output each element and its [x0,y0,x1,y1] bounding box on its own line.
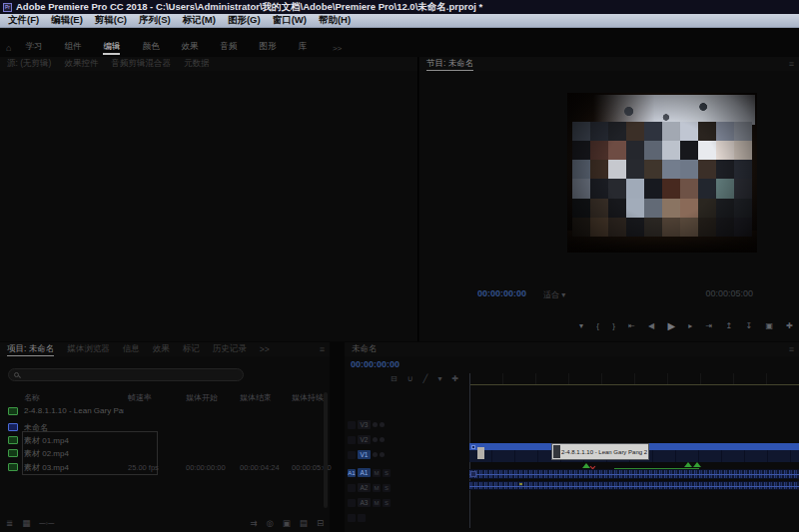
zoom-slider[interactable]: ─◦─ [39,518,54,528]
tab-source-1[interactable]: 效果控件 [64,58,98,70]
column-header-名称[interactable]: 名称 [24,392,40,403]
tab-source-3[interactable]: 元数据 [184,58,210,70]
tab-project-5[interactable]: 历史记录 [213,343,247,355]
mute-button-A2[interactable]: M [373,484,381,492]
play-button[interactable]: ▶ [667,320,675,332]
timeline-ruler[interactable] [469,373,799,385]
button-editor[interactable]: ✚ [786,320,793,332]
mark-out-button[interactable]: } [612,320,615,332]
menu-item-4[interactable]: 标记(M) [177,14,222,27]
source-patch-V1[interactable] [348,451,356,459]
zoom-level-dropdown[interactable]: 适合 ▾ [543,289,565,300]
source-patch-V2[interactable] [348,436,356,444]
tab-project-2[interactable]: 信息 [123,343,140,355]
workspace-tab-编辑[interactable]: 编辑 [103,41,120,55]
go-to-out-button[interactable]: ⇥ [706,320,713,332]
export-frame-button[interactable]: ▣ [765,320,773,332]
timeline-settings-button[interactable]: ✚ [451,374,458,383]
panel-menu-icon[interactable]: ≡ [320,344,325,354]
program-current-timecode[interactable]: 00:00:00:00 [477,288,526,298]
column-header-媒体持续[interactable]: 媒体持续 [292,392,324,403]
tab-program[interactable]: 节目: 未命名 [426,58,473,71]
tab-sequence[interactable]: 未命名 [352,343,378,355]
add-marker-button[interactable]: ▾ [579,320,583,332]
column-header-媒体开始[interactable]: 媒体开始 [186,392,218,403]
video-clip-v1[interactable]: 2-4.8.1.1.10 - Lean Gary Pang 2 [469,443,799,462]
panel-menu-icon[interactable]: ≡ [789,59,794,69]
menu-item-3[interactable]: 序列(S) [133,14,177,27]
find-button[interactable]: ◎ [266,518,273,528]
menu-item-7[interactable]: 帮助(H) [313,14,357,27]
workspace-tab-库[interactable]: 库 [298,41,307,53]
tab-project-1[interactable]: 媒体浏览器 [67,343,110,355]
clear-button[interactable]: ⊟ [317,518,324,528]
keyframe-marker-green[interactable] [693,462,701,467]
timeline-timecode[interactable]: 00:00:00:00 [351,359,400,369]
workspace-tab-组件[interactable]: 组件 [64,41,81,53]
step-back-button[interactable]: ◀ [648,320,654,332]
workspace-tab-图形[interactable]: 图形 [259,41,276,53]
solo-button-A3[interactable]: S [383,499,391,507]
tab-source-0[interactable]: 源: (无剪辑) [7,58,51,70]
project-item-row[interactable]: 素材 03.mp425.00 fps00:00:00:0000:00:04:24… [0,461,322,474]
menu-item-0[interactable]: 文件(F) [2,14,45,27]
workspace-tab-音频[interactable]: 音频 [220,41,237,53]
list-view-button[interactable]: ≣ [6,518,13,528]
linked-selection-toggle[interactable]: ╱ [423,374,428,383]
source-patch-A1[interactable]: A1 [348,469,356,477]
project-scrollbar[interactable] [324,392,328,508]
icon-view-button[interactable]: ▦ [22,518,30,528]
solo-button-A1[interactable]: S [383,469,391,477]
track-eye-icon[interactable] [380,452,385,457]
source-patch-A3[interactable] [348,499,356,507]
step-forward-button[interactable]: ▸ [688,320,692,332]
tab-project-0[interactable]: 项目: 未命名 [7,343,54,356]
nest-toggle[interactable]: ⊟ [391,374,398,383]
track-target-V3[interactable]: V3 [358,420,371,429]
track-lock-icon[interactable] [373,422,378,427]
workspace-overflow-icon[interactable]: >> [333,44,342,53]
track-lock-icon[interactable] [373,437,378,442]
mute-button-A1[interactable]: M [373,469,381,477]
new-item-button[interactable]: ▤ [300,518,308,528]
mute-button-A3[interactable]: M [373,499,381,507]
workspace-tab-学习[interactable]: 学习 [25,41,42,53]
tab-project-3[interactable]: 效果 [153,343,170,355]
column-header-帧速率[interactable]: 帧速率 [128,392,152,403]
snap-toggle[interactable]: ∪ [407,374,413,383]
track-eye-icon[interactable] [380,437,385,442]
project-search-input[interactable] [22,369,222,380]
new-bin-button[interactable]: ▣ [283,518,291,528]
project-search-box[interactable] [8,368,244,381]
keyframe-marker-green[interactable] [684,462,692,467]
menu-item-1[interactable]: 编辑(E) [45,14,89,27]
workspace-tab-效果[interactable]: 效果 [181,41,198,53]
track-eye-icon[interactable] [380,422,385,427]
add-marker-button[interactable]: ▾ [437,374,441,383]
project-tabs-overflow-icon[interactable]: >> [260,344,270,354]
track-target-V1[interactable]: V1 [358,450,371,459]
audio-clip-a1[interactable] [469,469,799,479]
solo-button-A2[interactable]: S [383,484,391,492]
column-header-媒体结束[interactable]: 媒体结束 [240,392,272,403]
menu-item-2[interactable]: 剪辑(C) [89,14,133,27]
project-item-row[interactable]: 素材 01.mp4 [0,434,322,447]
tab-source-2[interactable]: 音频剪辑混合器 [111,58,171,70]
automate-to-sequence-button[interactable]: ⇉ [250,518,257,528]
track-target-V2[interactable]: V2 [358,435,371,444]
extract-button[interactable]: ↧ [745,320,752,332]
track-lock-icon[interactable] [373,452,378,457]
menu-item-5[interactable]: 图形(G) [222,14,267,27]
workspace-tab-颜色[interactable]: 颜色 [142,41,159,53]
project-item-row[interactable]: 未命名 [0,421,322,434]
mark-in-button[interactable]: { [596,320,599,332]
go-to-in-button[interactable]: ⇤ [628,320,635,332]
project-item-row[interactable]: 素材 02.mp4 [0,447,322,460]
track-target-A1[interactable]: A1 [358,468,371,477]
title-bar[interactable]: Pr Adobe Premiere Pro CC 2018 - C:\Users… [0,0,799,14]
project-item-row[interactable]: 2-4.8.1.1.10 - Lean Gary Pang 2.mp4 [0,405,322,418]
source-patch-A2[interactable] [348,484,356,492]
menu-item-6[interactable]: 窗口(W) [267,14,313,27]
track-target-A2[interactable]: A2 [358,483,371,492]
lift-button[interactable]: ↥ [726,320,733,332]
